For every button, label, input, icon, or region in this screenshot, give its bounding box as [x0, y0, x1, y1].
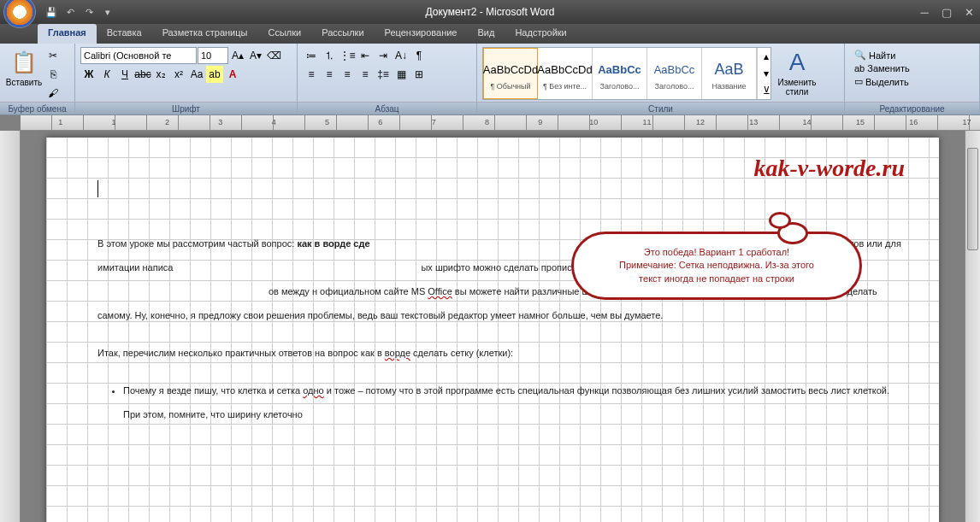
grow-font-icon[interactable]: A▴	[229, 47, 246, 64]
shading-icon[interactable]: ▦	[393, 66, 410, 83]
align-center-icon[interactable]: ≡	[321, 66, 338, 83]
align-left-icon[interactable]: ≡	[303, 66, 320, 83]
group-font: Calibri (Основной те 10 A▴ A▾ ⌫ Ж К Ч ab…	[75, 44, 298, 114]
multilevel-icon[interactable]: ⋮≡	[339, 47, 356, 64]
highlight-button[interactable]: ab	[206, 66, 223, 83]
shrink-font-icon[interactable]: A▾	[247, 47, 264, 64]
copy-icon[interactable]: ⎘	[44, 66, 62, 83]
title-bar: 💾 ↶ ↷ ▾ Документ2 - Microsoft Word ─ ▢ ✕	[0, 0, 980, 24]
select-icon: ▭	[854, 76, 863, 87]
style-heading1[interactable]: AaBbCc Заголово...	[593, 48, 647, 99]
cut-icon[interactable]: ✂	[44, 47, 62, 64]
strike-button[interactable]: abc	[134, 66, 151, 83]
numbering-icon[interactable]: ⒈	[321, 47, 338, 64]
paste-button[interactable]: 📋 Вставить	[5, 47, 43, 89]
group-label: Буфер обмена	[0, 102, 74, 114]
styles-gallery[interactable]: AaBbCcDd ¶ Обычный AaBbCcDd ¶ Без инте..…	[482, 47, 771, 100]
gallery-up-icon[interactable]: ▴	[758, 48, 775, 65]
font-color-button[interactable]: A	[224, 66, 241, 83]
line-spacing-icon[interactable]: ‡≡	[375, 66, 392, 83]
subscript-button[interactable]: x₂	[152, 66, 169, 83]
scroll-thumb[interactable]	[967, 148, 978, 250]
window-controls: ─ ▢ ✕	[913, 4, 980, 20]
borders-icon[interactable]: ⊞	[410, 66, 428, 83]
tab-page-layout[interactable]: Разметка страницы	[152, 24, 258, 44]
style-title[interactable]: AaB Название	[702, 48, 757, 99]
gallery-down-icon[interactable]: ▾	[758, 65, 775, 82]
tab-view[interactable]: Вид	[468, 24, 505, 44]
indent-inc-icon[interactable]: ⇥	[375, 47, 392, 64]
group-label: Шрифт	[75, 102, 297, 114]
tab-references[interactable]: Ссылки	[257, 24, 311, 44]
ribbon-tabs: Главная Вставка Разметка страницы Ссылки…	[0, 24, 980, 44]
replace-button[interactable]: abЗаменить	[852, 62, 912, 74]
find-button[interactable]: 🔍Найти	[852, 49, 912, 62]
watermark-text: kak-v-worde.ru	[753, 155, 905, 182]
quick-access-toolbar: 💾 ↶ ↷ ▾	[43, 3, 116, 21]
bullet-list[interactable]: Почему я везде пишу, что клетка и сетка …	[123, 378, 905, 426]
group-clipboard: 📋 Вставить ✂ ⎘ 🖌 Буфер обмена	[0, 44, 75, 114]
justify-icon[interactable]: ≡	[357, 66, 374, 83]
document-page[interactable]: kak-v-worde.ru Это победа! Вариант 1 сра…	[46, 138, 939, 522]
group-label: Абзац	[298, 102, 476, 114]
save-icon[interactable]: 💾	[43, 3, 60, 21]
tab-addins[interactable]: Надстройки	[505, 24, 576, 44]
group-styles: AaBbCcDd ¶ Обычный AaBbCcDd ¶ Без инте..…	[477, 44, 845, 114]
group-editing: 🔍Найти abЗаменить ▭Выделить Редактирован…	[845, 44, 980, 114]
vertical-scrollbar[interactable]	[965, 131, 980, 522]
group-paragraph: ≔ ⒈ ⋮≡ ⇤ ⇥ A↓ ¶ ≡ ≡ ≡ ≡ ‡≡ ▦ ⊞	[298, 44, 477, 114]
align-right-icon[interactable]: ≡	[339, 66, 356, 83]
style-normal[interactable]: AaBbCcDd ¶ Обычный	[483, 48, 538, 99]
clear-format-icon[interactable]: ⌫	[265, 47, 282, 64]
vertical-ruler[interactable]	[0, 131, 21, 522]
list-item[interactable]: Почему я везде пишу, что клетка и сетка …	[123, 378, 905, 426]
qat-dropdown-icon[interactable]: ▾	[99, 3, 116, 21]
close-button[interactable]: ✕	[958, 4, 980, 20]
select-button[interactable]: ▭Выделить	[852, 75, 912, 88]
change-case-button[interactable]: Aa	[188, 66, 205, 83]
callout-annotation: Это победа! Вариант 1 сработал! Примечан…	[571, 232, 862, 300]
undo-icon[interactable]: ↶	[62, 3, 79, 21]
group-label: Стили	[477, 102, 844, 114]
style-no-spacing[interactable]: AaBbCcDd ¶ Без инте...	[538, 48, 593, 99]
redo-icon[interactable]: ↷	[80, 3, 97, 21]
font-size-combo[interactable]: 10	[198, 47, 228, 64]
paste-icon: 📋	[10, 49, 38, 76]
sort-icon[interactable]: A↓	[393, 47, 410, 64]
font-name-combo[interactable]: Calibri (Основной те	[80, 47, 197, 64]
window-title: Документ2 - Microsoft Word	[425, 6, 554, 18]
bullets-icon[interactable]: ≔	[303, 47, 320, 64]
tab-mailings[interactable]: Рассылки	[311, 24, 374, 44]
italic-button[interactable]: К	[98, 66, 115, 83]
callout-cloud: Это победа! Вариант 1 сработал! Примечан…	[571, 232, 862, 300]
group-label: Редактирование	[845, 102, 979, 114]
text-cursor	[97, 180, 98, 197]
tab-review[interactable]: Рецензирование	[375, 24, 468, 44]
page-viewport[interactable]: kak-v-worde.ru Это победа! Вариант 1 сра…	[21, 131, 965, 522]
bold-button[interactable]: Ж	[80, 66, 97, 83]
format-painter-icon[interactable]: 🖌	[44, 85, 62, 102]
ribbon: 📋 Вставить ✂ ⎘ 🖌 Буфер обмена Calibri (О…	[0, 44, 980, 115]
tab-insert[interactable]: Вставка	[97, 24, 152, 44]
show-marks-icon[interactable]: ¶	[410, 47, 428, 64]
superscript-button[interactable]: x²	[170, 66, 187, 83]
gallery-more-icon[interactable]: ⊻	[758, 82, 775, 99]
paragraph-2[interactable]: Итак, перечислим несколько практичных от…	[97, 341, 905, 365]
find-icon: 🔍	[854, 50, 866, 61]
change-styles-button[interactable]: A Изменить стили	[773, 47, 821, 98]
style-heading2[interactable]: AaBbCc Заголово...	[647, 48, 702, 99]
change-styles-icon: A	[783, 49, 811, 76]
tab-home[interactable]: Главная	[38, 24, 97, 44]
document-area: 1 1 2 3 4 5 6 7 8 9 10 11 12 13 14 15 16…	[0, 115, 980, 522]
underline-button[interactable]: Ч	[116, 66, 133, 83]
paste-label: Вставить	[6, 78, 42, 87]
indent-dec-icon[interactable]: ⇤	[357, 47, 374, 64]
minimize-button[interactable]: ─	[913, 4, 936, 20]
horizontal-ruler[interactable]: 1 1 2 3 4 5 6 7 8 9 10 11 12 13 14 15 16…	[21, 115, 980, 131]
maximize-button[interactable]: ▢	[936, 4, 958, 20]
replace-icon: ab	[854, 63, 865, 73]
